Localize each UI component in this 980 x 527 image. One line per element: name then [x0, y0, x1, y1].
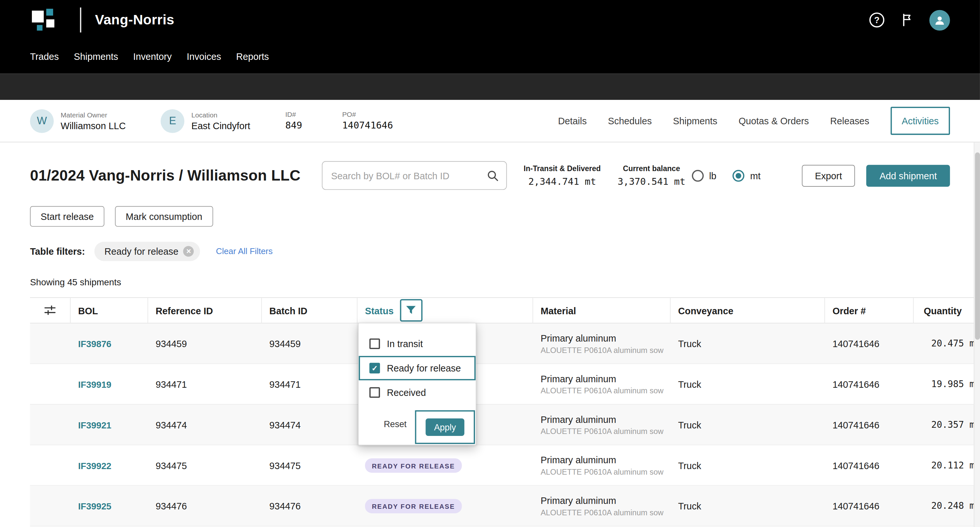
- checkbox-unchecked-icon[interactable]: [369, 387, 380, 398]
- col-header-material[interactable]: Material: [533, 298, 670, 323]
- reset-button[interactable]: Reset: [380, 418, 410, 430]
- export-button[interactable]: Export: [802, 165, 855, 186]
- bol-link[interactable]: IF39921: [78, 420, 111, 430]
- chip-close-icon[interactable]: ✕: [183, 246, 194, 257]
- results-summary: Showing 45 shipments: [30, 277, 950, 287]
- batch-id-cell: 934474: [262, 419, 358, 430]
- filter-chip-ready-for-release[interactable]: Ready for release ✕: [94, 242, 200, 261]
- flag-icon[interactable]: [900, 13, 913, 27]
- tab-releases[interactable]: Releases: [830, 116, 869, 126]
- po-value: 140741646: [342, 120, 393, 132]
- reference-id-cell: 934471: [148, 379, 262, 389]
- conveyance-cell: Truck: [671, 460, 825, 471]
- nav-trades[interactable]: Trades: [30, 51, 59, 63]
- bol-link[interactable]: IF39919: [78, 379, 111, 389]
- col-header-status[interactable]: Status: [365, 305, 394, 316]
- status-option-in-transit[interactable]: In transit: [359, 332, 476, 356]
- id-label: ID#: [285, 111, 302, 118]
- unit-radio-mt[interactable]: mt: [733, 170, 760, 181]
- reference-id-cell: 934474: [148, 419, 262, 430]
- search-icon[interactable]: [487, 170, 498, 181]
- mark-consumption-button[interactable]: Mark consumption: [115, 206, 213, 226]
- checkbox-unchecked-icon[interactable]: [369, 338, 380, 349]
- nav-shipments[interactable]: Shipments: [74, 51, 118, 63]
- reference-id-cell: 934476: [148, 501, 262, 511]
- add-shipment-button[interactable]: Add shipment: [866, 165, 950, 186]
- checkbox-checked-icon[interactable]: ✓: [369, 363, 380, 373]
- tab-shipments[interactable]: Shipments: [673, 116, 717, 126]
- main-nav: Trades Shipments Inventory Invoices Repo…: [30, 51, 950, 63]
- brand-name: Vang-Norris: [95, 12, 175, 28]
- tab-quotas-orders[interactable]: Quotas & Orders: [738, 116, 809, 126]
- scrollbar-thumb[interactable]: [975, 152, 980, 340]
- status-badge: READY FOR RELEASE: [365, 458, 462, 472]
- nav-reports[interactable]: Reports: [236, 51, 269, 63]
- status-option-label: In transit: [387, 338, 423, 349]
- radio-circle-icon: [692, 170, 703, 181]
- status-badge: READY FOR RELEASE: [365, 499, 462, 513]
- in-transit-label: In-Transit & Delivered: [523, 164, 601, 173]
- quantity-cell: 20.248 mt: [913, 501, 980, 511]
- owner-label: Material Owner: [60, 111, 126, 118]
- bol-link[interactable]: IF39876: [78, 339, 111, 349]
- material-detail: ALOUETTE P0610A aluminum sow: [541, 508, 670, 517]
- owner-avatar: W: [30, 109, 54, 133]
- vertical-scrollbar[interactable]: [974, 143, 980, 527]
- unit-lb-label: lb: [709, 170, 716, 181]
- secondary-band: [0, 74, 980, 100]
- page-toolbar: 01/2024 Vang-Norris / Williamson LLC In-…: [30, 161, 950, 190]
- unit-radio-lb[interactable]: lb: [692, 170, 716, 181]
- owner-name: Williamson LLC: [60, 121, 126, 131]
- table-row: IF39919 934471 934471 READY FOR RELEASE …: [30, 364, 980, 405]
- status-option-received[interactable]: Received: [359, 380, 476, 405]
- conveyance-cell: Truck: [671, 338, 825, 349]
- status-filter-button[interactable]: [400, 299, 422, 321]
- in-transit-stat: In-Transit & Delivered 2,344.741 mt: [523, 164, 601, 187]
- nav-inventory[interactable]: Inventory: [133, 51, 172, 63]
- quantity-cell: 20.357 mt: [913, 420, 980, 430]
- bol-link[interactable]: IF39922: [78, 460, 111, 471]
- col-header-bol[interactable]: BOL: [71, 298, 148, 323]
- search-input[interactable]: [322, 161, 507, 190]
- unit-mt-label: mt: [750, 170, 760, 181]
- material-name: Primary aluminum: [541, 494, 670, 506]
- table-row: IF39921 934474 934474 READY FOR RELEASE …: [30, 405, 980, 445]
- order-number-cell: 140741646: [825, 419, 914, 430]
- batch-id-cell: 934476: [262, 501, 358, 511]
- tab-schedules[interactable]: Schedules: [608, 116, 651, 126]
- tab-activities[interactable]: Activities: [891, 107, 950, 135]
- table-row: IF39876 934459 934459 READY FOR RELEASE …: [30, 323, 980, 364]
- tab-details[interactable]: Details: [558, 116, 587, 126]
- nav-invoices[interactable]: Invoices: [186, 51, 221, 63]
- order-number-cell: 140741646: [825, 379, 914, 389]
- clear-all-filters-link[interactable]: Clear All Filters: [216, 247, 272, 256]
- reference-id-cell: 934475: [148, 460, 262, 471]
- help-icon[interactable]: ?: [869, 13, 884, 27]
- status-option-label: Ready for release: [387, 363, 461, 373]
- material-detail: ALOUETTE P0610A aluminum sow: [541, 426, 670, 436]
- status-option-label: Received: [387, 387, 426, 398]
- shipments-table: BOL Reference ID Batch ID Status Materia…: [30, 297, 980, 526]
- col-header-order-number[interactable]: Order #: [825, 298, 914, 323]
- location-block: E Location East Cindyfort: [161, 109, 250, 133]
- col-header-batch-id[interactable]: Batch ID: [262, 298, 358, 323]
- order-number-cell: 140741646: [825, 460, 914, 471]
- col-header-reference-id[interactable]: Reference ID: [148, 298, 262, 323]
- column-settings-icon[interactable]: [44, 304, 56, 316]
- col-header-quantity[interactable]: Quantity: [913, 298, 980, 323]
- user-avatar[interactable]: [929, 10, 950, 30]
- current-balance-value: 3,370.541 mt: [617, 176, 685, 187]
- location-avatar: E: [161, 109, 185, 133]
- bol-link[interactable]: IF39925: [78, 501, 111, 511]
- location-label: Location: [191, 111, 250, 118]
- apply-button[interactable]: Apply: [426, 418, 464, 436]
- status-option-ready-for-release[interactable]: ✓ Ready for release: [359, 356, 476, 380]
- start-release-button[interactable]: Start release: [30, 206, 105, 226]
- unit-toggle-group: lb mt: [692, 170, 760, 181]
- status-filter-dropdown: In transit ✓ Ready for release Received …: [358, 323, 476, 445]
- quantity-cell: 19.985 mt: [913, 379, 980, 389]
- conveyance-cell: Truck: [671, 419, 825, 430]
- col-header-conveyance[interactable]: Conveyance: [671, 298, 825, 323]
- filter-chip-label: Ready for release: [105, 246, 178, 257]
- top-bar: Vang-Norris ? Trades Shipments Inventory: [0, 0, 980, 74]
